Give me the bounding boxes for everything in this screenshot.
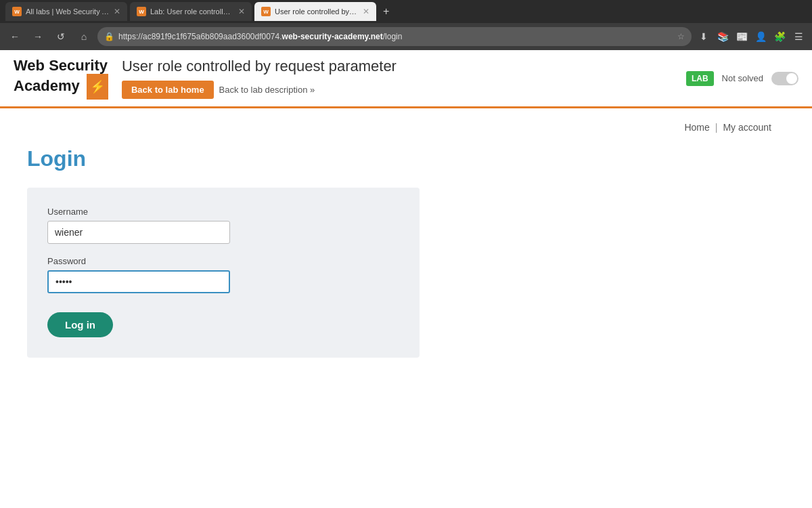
tab-close-3[interactable]: ✕ [363,7,369,16]
tab-title-1: All labs | Web Security Academ... [26,7,110,16]
nav-extras: ⬇ 📚 📰 👤 🧩 ☰ [696,28,807,45]
lab-title: User role controlled by request paramete… [122,58,397,75]
tab-title-2: Lab: User role controlled by re... [150,7,234,16]
username-group: Username [47,207,399,244]
tab-close-2[interactable]: ✕ [238,7,245,16]
extensions-icon[interactable]: 🧩 [771,28,788,45]
solved-toggle[interactable] [771,72,798,85]
header-title-section: User role controlled by request paramete… [122,58,397,99]
password-label: Password [47,256,399,266]
url-domain: web-security-academy.net [282,32,383,41]
logo-line2: Academy [14,77,80,94]
login-form-container: Username Password Log in [27,188,420,358]
back-to-lab-desc-text: Back to lab description [219,85,308,95]
reader-icon[interactable]: 📰 [734,28,750,45]
back-to-lab-home-button[interactable]: Back to lab home [122,81,214,99]
refresh-button[interactable]: ↺ [51,27,70,46]
not-solved-text: Not solved [722,73,763,83]
logo-container: Web Security Academy ⚡ [14,57,108,100]
site-header: Web Security Academy ⚡ User role control… [0,50,812,108]
add-tab-button[interactable]: + [379,5,393,18]
download-icon[interactable]: ⬇ [696,28,712,45]
url-path: /login [383,32,403,41]
my-account-link[interactable]: My account [723,122,771,133]
tab-favicon-2: W [137,7,146,16]
nav-bar: ← → ↺ ⌂ 🔒 https://ac891f9c1f675a6b809aad… [0,23,812,50]
logo-line1: Web Security [14,57,108,74]
header-right: LAB Not solved [686,71,798,86]
tab-close-1[interactable]: ✕ [114,7,120,16]
bookmarks-icon[interactable]: 📚 [715,28,731,45]
header-buttons: Back to lab home Back to lab description… [122,81,397,99]
nav-separator: | [715,122,718,133]
tab-favicon-1: W [12,7,22,16]
page-title: Login [27,146,785,171]
tab-favicon-3: W [261,7,271,16]
password-group: Password [47,256,399,293]
address-icons: ☆ [677,32,685,41]
password-input[interactable] [47,270,230,293]
tab-bar: W All labs | Web Security Academ... ✕ W … [0,0,812,23]
tab-active[interactable]: W User role controlled by reques... ✕ [254,2,376,21]
menu-icon[interactable]: ☰ [790,28,807,45]
header-left: Web Security Academy ⚡ User role control… [14,57,397,100]
top-nav: Home | My account [27,122,785,133]
address-bar[interactable]: 🔒 https://ac891f9c1f675a6b809aad3600df00… [97,27,692,46]
back-to-lab-desc-link[interactable]: Back to lab description » [219,85,315,95]
back-button[interactable]: ← [5,27,24,46]
lab-badge: LAB [686,71,714,86]
home-link[interactable]: Home [684,122,709,133]
lock-icon: 🔒 [104,32,114,41]
home-button[interactable]: ⌂ [74,27,93,46]
url-prefix: https://ac891f9c1f675a6b809aad3600df0074… [118,32,282,41]
logo-text: Web Security Academy ⚡ [14,57,108,100]
address-text: https://ac891f9c1f675a6b809aad3600df0074… [118,32,673,41]
content-area: Home | My account Login Username Passwor… [0,108,812,371]
username-input[interactable] [47,221,230,244]
profile-icon[interactable]: 👤 [752,28,769,45]
tab-all-labs[interactable]: W All labs | Web Security Academ... ✕ [5,2,127,21]
bookmark-icon[interactable]: ☆ [677,32,685,41]
tab-title-3: User role controlled by reques... [275,7,359,16]
tab-lab[interactable]: W Lab: User role controlled by re... ✕ [130,2,252,21]
logo-lightning-icon: ⚡ [87,74,108,100]
forward-button[interactable]: → [28,27,47,46]
login-button[interactable]: Log in [47,312,113,337]
username-label: Username [47,207,399,217]
